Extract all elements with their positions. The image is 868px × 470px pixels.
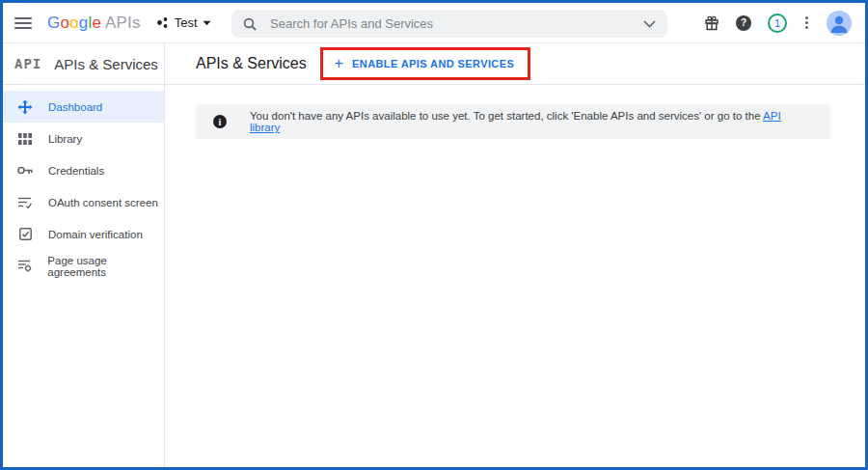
- sidebar-header: API APIs & Services: [3, 43, 165, 84]
- gift-icon[interactable]: [704, 15, 719, 31]
- main-header: APIs & Services + ENABLE APIS AND SERVIC…: [165, 43, 865, 84]
- search-input[interactable]: [268, 15, 643, 32]
- app-window: Google APIs Test: [0, 0, 868, 470]
- dashboard-icon: [16, 99, 34, 115]
- verified-checkbox-icon: [16, 228, 34, 240]
- google-apis-logo[interactable]: Google APIs: [47, 14, 141, 33]
- sidebar-item-domain-verification[interactable]: Domain verification: [3, 218, 164, 250]
- page-header-row: API APIs & Services APIs & Services + EN…: [3, 43, 865, 85]
- sidebar-item-dashboard[interactable]: Dashboard: [3, 91, 164, 123]
- key-icon: [16, 166, 34, 175]
- project-name: Test: [175, 15, 198, 30]
- project-cluster-icon: [156, 16, 169, 29]
- consent-list-icon: [16, 197, 34, 208]
- sidebar-title: APIs & Services: [54, 56, 158, 72]
- user-avatar[interactable]: [827, 11, 852, 36]
- banner-text: You don't have any APIs available to use…: [250, 110, 813, 133]
- project-selector[interactable]: Test: [156, 15, 211, 30]
- project-dropdown-caret-icon: [203, 20, 211, 26]
- top-app-bar: Google APIs Test: [3, 3, 865, 43]
- sidebar-item-oauth-consent-screen[interactable]: OAuth consent screen: [3, 186, 164, 218]
- sidebar-item-credentials[interactable]: Credentials: [3, 154, 164, 186]
- info-banner: i You don't have any APIs available to u…: [196, 104, 830, 139]
- page-title: APIs & Services: [196, 55, 307, 72]
- topbar-actions: ? 1: [704, 11, 852, 36]
- library-icon: [16, 133, 34, 145]
- more-options-icon[interactable]: [803, 14, 810, 31]
- search-expand-chevron-icon[interactable]: [643, 20, 656, 28]
- search-icon: [243, 17, 257, 31]
- annotation-box: + ENABLE APIS AND SERVICES: [320, 47, 530, 80]
- google-logo-google: Google: [47, 14, 101, 33]
- sidebar-item-page-usage-agreements[interactable]: Page usage agreements: [3, 250, 164, 282]
- enable-apis-button[interactable]: + ENABLE APIS AND SERVICES: [335, 56, 514, 71]
- person-icon: [827, 11, 852, 36]
- agreements-gear-icon: [16, 260, 33, 272]
- info-icon: i: [213, 115, 227, 128]
- google-logo-apis: APIs: [105, 14, 141, 33]
- sidebar-item-library[interactable]: Library: [3, 123, 164, 154]
- plus-icon: +: [335, 56, 343, 71]
- hamburger-menu-icon[interactable]: [14, 17, 32, 29]
- notification-count-badge[interactable]: 1: [768, 14, 787, 33]
- main-content: i You don't have any APIs available to u…: [165, 85, 865, 467]
- help-icon[interactable]: ?: [736, 15, 751, 31]
- search-bar[interactable]: [231, 10, 667, 38]
- api-logo: API: [14, 56, 41, 71]
- sidebar-nav: Dashboard Library: [3, 85, 165, 467]
